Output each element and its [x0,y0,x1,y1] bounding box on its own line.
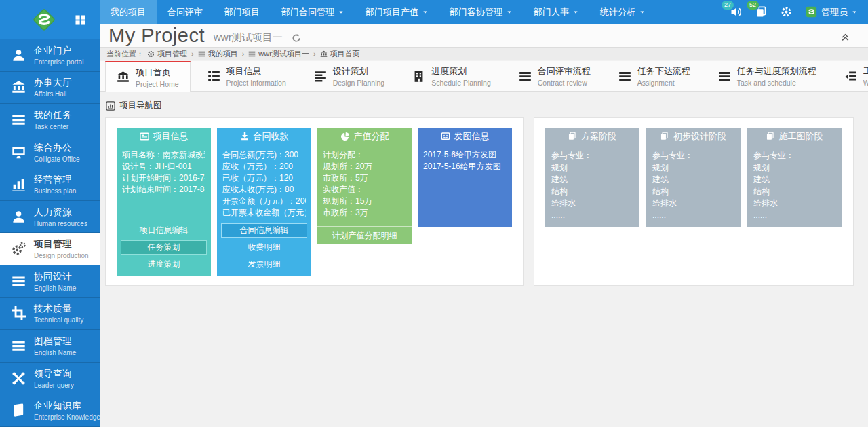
refresh-icon[interactable] [292,33,301,43]
tab-task-and-schedule[interactable]: 任务与进度策划流程Task and schedule [707,61,827,91]
info-line: 开票金额（万元）：200 [222,196,306,207]
tab-work-record[interactable]: 工作内容记录Work record [833,61,868,91]
breadcrumb-project-name[interactable]: wwr测试项目一 [248,49,309,59]
card-contract-collection-header: 合同收款 [217,128,311,145]
stage-line: 参与专业： [551,150,633,162]
info-line: 计划分配： [323,149,406,161]
page-header: My Project wwr测试项目一 [100,24,868,47]
list-grid-icon [208,70,220,83]
gears-icon [12,242,26,256]
chevron-down-icon [852,10,857,15]
sidebar-item-task-center[interactable]: 我的任务Task center [0,104,100,136]
section-title: 项目导航图 [106,100,868,111]
menu-lines-icon [248,50,256,58]
stage-concept-body: 参与专业： 规划 建筑 结构 给排水 ...... [545,145,639,226]
breadcrumb-separator: › [191,50,194,58]
sidebar-item-enterprise-knowledge[interactable]: 企业知识库Enterprise Knowledge [0,394,100,427]
menu-lines-icon [519,70,532,83]
planned-output-allocation-details-button[interactable]: 计划产值分配明细 [317,226,412,244]
stage-line: ...... [551,210,633,222]
task-planning-button[interactable]: 任务策划 [121,240,207,255]
stage-line: 规划 [551,162,633,174]
tab-project-home[interactable]: 项目首页Project Home [105,61,191,92]
edit-project-info-button[interactable]: 项目信息编辑 [121,223,207,238]
card-contract-collection: 合同收款 合同总额(万元)：300 应收（万元）：200 已收（万元）：120 … [217,128,311,276]
tab-design-planning[interactable]: 设计策划Design Planning [303,61,395,91]
collapse-header-icon[interactable] [840,32,850,42]
stage-line: 建筑 [753,174,835,186]
sidebar-item-project-management[interactable]: 项目管理Design production [0,233,100,265]
breadcrumb: 当前位置： 项目管理 › 我的项目 › wwr测试项目一 › 项目首页 [100,47,868,60]
card-drawing-release-header: 发图信息 [418,128,512,145]
gear-icon [147,50,155,58]
nav-statistics[interactable]: 统计分析 [589,0,656,24]
card-drawing-release-info: 发图信息 2017-5-6给甲方发图 2017-5-16给甲方发图 [418,128,512,227]
pie-chart-icon [340,132,350,141]
stage-line: 建筑 [652,174,734,186]
breadcrumb-project-management[interactable]: 项目管理 [147,49,187,59]
sidebar-item-enterprise-portal[interactable]: 企业门户Enterprise portal [0,39,100,72]
nav-dept-contract-mgmt[interactable]: 部门合同管理 [271,0,355,24]
sidebar-item-drawing-archive[interactable]: 图档管理English Name [0,330,100,363]
breadcrumb-separator: › [242,50,245,58]
chevron-down-icon [507,10,512,15]
top-navbar: 我的项目 合同评审 部门项目 部门合同管理 部门项目产值 部门客协管理 部门人事… [100,0,868,24]
notifications-speaker-icon[interactable]: 27 [730,6,742,18]
info-line: 已收（万元）：120 [222,172,306,184]
tab-schedule-planning[interactable]: 进度策划Schedule Planning [401,61,502,91]
nav-dept-client-mgmt[interactable]: 部门客协管理 [439,0,523,24]
stage-construction-header: 施工图阶段 [747,128,842,145]
info-line: 设计号：JH-归-001 [122,161,205,172]
stacked-pages-icon [766,132,775,141]
stage-line: 结构 [753,186,835,198]
info-line: 项目名称：南京新城改造项目 [122,149,205,161]
breadcrumb-my-projects[interactable]: 我的项目 [198,49,238,59]
card-drawing-release-body: 2017-5-6给甲方发图 2017-5-16给甲方发图 [418,145,512,227]
info-line: 已开票未收金额（万元）：80 [222,207,306,219]
stage-line: 建筑 [551,174,633,186]
bank-icon [320,50,328,58]
sidebar-item-affairs-hall[interactable]: 办事大厅Affairs Hall [0,72,100,105]
stage-line: 给排水 [551,198,633,210]
nav-dept-output-value[interactable]: 部门项目产值 [355,0,439,24]
schedule-planning-button[interactable]: 进度策划 [121,257,207,272]
nav-contract-review[interactable]: 合同评审 [157,0,214,24]
sidebar-item-technical-quality[interactable]: 技术质量Technical quality [0,298,100,331]
documents-badge: 52 [747,1,759,10]
sidebar-item-business-plan[interactable]: 经营管理Business plan [0,168,100,201]
info-line: 计划结束时间：2017-8-9 [122,184,205,196]
card-project-info: 项目信息 项目名称：南京新城改造项目 设计号：JH-归-001 计划开始时间：2… [117,128,211,276]
indent-list-icon [844,70,857,83]
user-menu[interactable]: 管理员 [806,6,857,18]
tab-assignment[interactable]: 任务下达流程Assignment [608,61,701,91]
info-line: 2017-5-6给甲方发图 [423,149,507,161]
sidebar-menu: 企业门户Enterprise portal 办事大厅Affairs Hall 我… [0,39,100,427]
breadcrumb-prefix: 当前位置： [106,49,144,59]
fee-details-button[interactable]: 收费明细 [221,240,307,255]
align-lines-icon [314,70,327,83]
nav-dept-hr[interactable]: 部门人事 [523,0,589,24]
sidebar-item-colligate-office[interactable]: 综合办公Colligate Office [0,136,100,169]
edit-contract-info-button[interactable]: 合同信息编辑 [221,223,307,238]
card-list-icon [140,132,149,141]
sidebar-item-collaborative-design[interactable]: 协同设计English Name [0,265,100,298]
info-line: 实收产值： [323,184,406,196]
tab-project-information[interactable]: 项目信息Project Information [197,61,297,91]
documents-icon[interactable]: 52 [755,6,767,18]
settings-gear-icon[interactable] [781,6,792,18]
invoice-details-button[interactable]: 发票明细 [221,257,307,272]
app-logo-icon[interactable] [30,5,58,34]
stage-line: 规划 [652,162,734,174]
sidebar-item-leader-query[interactable]: 领导查询Leader query [0,363,100,395]
chevron-down-icon [338,10,344,15]
nav-my-projects[interactable]: 我的项目 [100,0,157,24]
breadcrumb-project-home[interactable]: 项目首页 [320,49,360,59]
app-grid-icon[interactable] [75,14,86,26]
tab-contract-review[interactable]: 合同评审流程Contract review [508,61,601,91]
stage-line: 结构 [652,186,734,198]
sidebar-item-human-resources[interactable]: 人力资源Human resources [0,201,100,234]
info-line: 应收未收(万元)：80 [222,184,306,196]
share-x-icon [12,371,26,386]
nav-department-projects[interactable]: 部门项目 [214,0,271,24]
page-subtitle: wwr测试项目一 [214,31,283,44]
